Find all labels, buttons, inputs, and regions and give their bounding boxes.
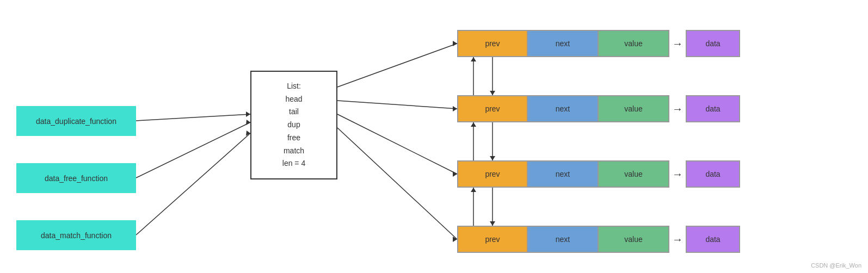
list-free: free — [282, 132, 305, 145]
svg-line-12 — [136, 133, 250, 235]
node-2-arrow: → — [669, 103, 686, 115]
svg-marker-21 — [471, 122, 476, 127]
list-match: match — [282, 145, 305, 158]
node-4-next: next — [528, 226, 599, 253]
svg-line-8 — [136, 114, 250, 121]
node-4-prev: prev — [457, 226, 528, 253]
match-function-box: data_match_function — [16, 220, 136, 250]
node-3-next: next — [528, 160, 599, 188]
svg-marker-15 — [490, 91, 495, 95]
node-3-prev: prev — [457, 160, 528, 188]
node-4-data: data — [686, 226, 740, 253]
dup-function-label: data_duplicate_function — [36, 117, 116, 126]
free-function-label: data_free_function — [45, 174, 108, 183]
svg-marker-5 — [453, 171, 457, 177]
svg-marker-7 — [453, 237, 457, 242]
node-1-data: data — [686, 30, 740, 57]
watermark: CSDN @Erik_Won — [811, 262, 861, 269]
svg-marker-17 — [471, 57, 476, 61]
svg-line-4 — [337, 114, 457, 174]
node-4-arrow: → — [669, 233, 686, 246]
canvas: List: head tail dup free match len = 4 d… — [0, 0, 868, 273]
node-4-value: value — [599, 226, 669, 253]
svg-marker-25 — [471, 188, 476, 192]
list-label: List: — [282, 80, 305, 93]
node-2-next: next — [528, 95, 599, 122]
list-head: head — [282, 93, 305, 106]
svg-marker-19 — [490, 156, 495, 160]
svg-marker-11 — [246, 120, 250, 125]
node-3-data: data — [686, 160, 740, 188]
node-1-value: value — [599, 30, 669, 57]
list-dup: dup — [282, 119, 305, 132]
node-row-1: prev next value → data — [457, 30, 740, 57]
node-2-value: value — [599, 95, 669, 122]
node-row-4: prev next value → data — [457, 226, 740, 253]
list-box: List: head tail dup free match len = 4 — [250, 71, 337, 179]
svg-line-6 — [337, 128, 457, 239]
match-function-label: data_match_function — [41, 231, 112, 240]
svg-marker-13 — [246, 131, 250, 136]
svg-marker-9 — [246, 111, 250, 117]
node-row-3: prev next value → data — [457, 160, 740, 188]
node-1-arrow: → — [669, 38, 686, 50]
list-len: len = 4 — [282, 157, 305, 170]
node-row-2: prev next value → data — [457, 95, 740, 122]
svg-marker-3 — [453, 106, 457, 111]
list-tail: tail — [282, 106, 305, 119]
svg-line-10 — [136, 122, 250, 178]
node-3-arrow: → — [669, 168, 686, 181]
node-2-prev: prev — [457, 95, 528, 122]
node-1-next: next — [528, 30, 599, 57]
node-1-prev: prev — [457, 30, 528, 57]
svg-marker-23 — [490, 221, 495, 226]
dup-function-box: data_duplicate_function — [16, 106, 136, 136]
list-box-content: List: head tail dup free match len = 4 — [282, 80, 305, 171]
svg-line-0 — [337, 44, 457, 87]
node-3-value: value — [599, 160, 669, 188]
free-function-box: data_free_function — [16, 163, 136, 193]
svg-line-2 — [337, 101, 457, 109]
node-2-data: data — [686, 95, 740, 122]
svg-marker-1 — [453, 41, 457, 46]
